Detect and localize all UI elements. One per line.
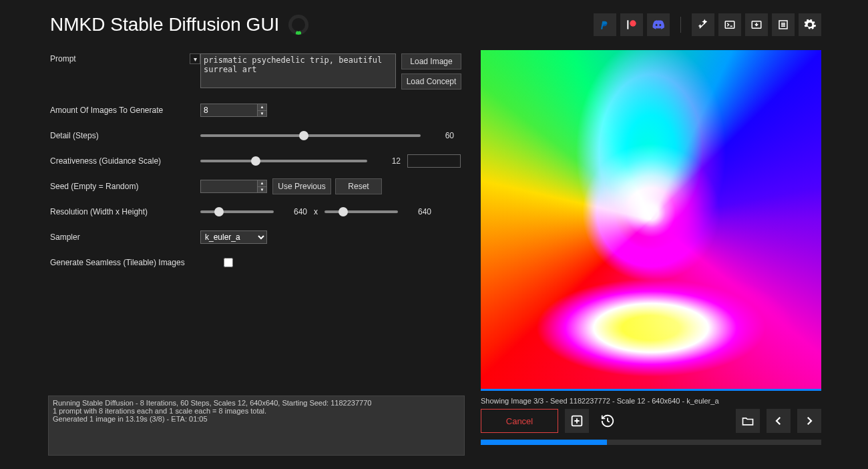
spin-down-icon[interactable]: ▼: [258, 187, 266, 193]
spin-down-icon[interactable]: ▼: [258, 111, 266, 117]
terminal-icon[interactable]: [718, 13, 741, 36]
spin-up-icon[interactable]: ▲: [258, 180, 266, 187]
log-output[interactable]: Running Stable Diffusion - 8 Iterations,…: [48, 396, 465, 456]
seamless-checkbox[interactable]: [224, 258, 233, 267]
history-icon[interactable]: [596, 409, 620, 433]
prev-image-icon[interactable]: [767, 409, 791, 433]
logo-icon: [288, 15, 308, 35]
creative-extra-input[interactable]: [407, 154, 461, 168]
patreon-icon[interactable]: [620, 13, 643, 36]
detail-slider[interactable]: [200, 134, 421, 137]
resolution-label: Resolution (Width x Height): [50, 207, 200, 216]
magic-wand-icon[interactable]: [692, 13, 714, 36]
image-info: Showing Image 3/3 - Seed 1182237772 - Sc…: [481, 397, 719, 405]
separator: [680, 17, 681, 33]
discord-icon[interactable]: [647, 13, 670, 36]
next-image-icon[interactable]: [797, 409, 821, 433]
reset-seed-button[interactable]: Reset: [335, 178, 382, 194]
height-slider[interactable]: [324, 210, 398, 213]
detail-label: Detail (Steps): [50, 131, 200, 140]
load-concept-button[interactable]: Load Concept: [401, 73, 461, 90]
download-icon[interactable]: [745, 13, 768, 36]
prompt-label: Prompt: [50, 54, 76, 63]
paypal-icon[interactable]: [594, 13, 616, 36]
log-line: Generated 1 image in 13.19s (3/8) - ETA:…: [53, 415, 460, 423]
use-previous-button[interactable]: Use Previous: [272, 178, 331, 194]
progress-bar: [481, 440, 821, 445]
x-separator: x: [314, 207, 318, 216]
amount-input[interactable]: 8 ▲▼: [200, 104, 267, 117]
settings-icon[interactable]: [799, 13, 821, 36]
sampler-select[interactable]: k_euler_a: [200, 230, 267, 244]
add-to-queue-icon[interactable]: [565, 409, 589, 433]
width-value: 640: [280, 207, 307, 216]
width-slider[interactable]: [200, 210, 274, 213]
list-icon[interactable]: [772, 13, 795, 36]
prompt-input[interactable]: prismatic psychedelic trip, beautiful su…: [200, 53, 396, 88]
seed-input[interactable]: ▲▼: [200, 180, 267, 193]
seamless-label: Generate Seamless (Tileable) Images: [50, 258, 224, 267]
log-line: Running Stable Diffusion - 8 Iterations,…: [53, 399, 460, 407]
folder-icon[interactable]: [736, 409, 760, 433]
amount-label: Amount Of Images To Generate: [50, 106, 200, 115]
svg-point-0: [630, 20, 636, 26]
sampler-label: Sampler: [50, 232, 200, 242]
progress-fill: [481, 440, 607, 445]
detail-value: 60: [427, 131, 454, 140]
creative-value: 12: [374, 156, 401, 166]
cancel-button[interactable]: Cancel: [481, 409, 558, 433]
svg-rect-2: [725, 21, 734, 29]
spin-up-icon[interactable]: ▲: [258, 104, 266, 111]
height-value: 640: [405, 207, 431, 216]
creative-slider[interactable]: [200, 160, 367, 162]
preview-image[interactable]: [481, 50, 821, 391]
seed-label: Seed (Empty = Random): [50, 182, 200, 191]
svg-rect-1: [627, 20, 628, 29]
chevron-down-icon[interactable]: ▾: [190, 53, 200, 64]
log-line: 1 prompt with 8 iterations each and 1 sc…: [53, 407, 460, 415]
app-title: NMKD Stable Diffusion GUI: [50, 14, 308, 35]
load-image-button[interactable]: Load Image: [401, 53, 461, 69]
creative-label: Creativeness (Guidance Scale): [50, 156, 200, 166]
